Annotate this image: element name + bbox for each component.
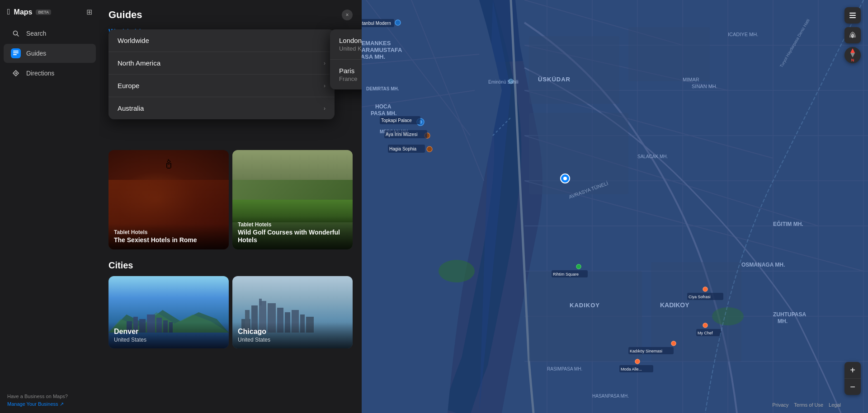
city-name-paris: Paris — [339, 67, 362, 75]
business-manage[interactable]: Manage Your Business ↗ — [7, 400, 92, 408]
guides-panel: Guides × Worldwide ⌄ Worldwide North Ame… — [99, 0, 362, 413]
europe-submenu: London United Kingdom Paris France — [330, 29, 362, 89]
worldwide-option: Worldwide — [118, 37, 149, 44]
map-area: ÜSKÜDAR KADIKOY MERCAN MH. DEMIRTAS MH. … — [362, 0, 868, 413]
svg-point-113 — [563, 177, 567, 180]
svg-point-64 — [712, 307, 744, 325]
svg-rect-118 — [849, 13, 856, 14]
dropdown-item-europe[interactable]: Europe › — [108, 75, 335, 97]
privacy-link[interactable]: Privacy — [772, 402, 788, 408]
svg-rect-2 — [13, 51, 19, 52]
svg-text:Kadıköy Sinemasi: Kadıköy Sinemasi — [630, 349, 662, 353]
australia-option: Australia — [118, 104, 144, 112]
map-layers-button[interactable] — [844, 7, 861, 23]
europe-city-london[interactable]: London United Kingdom — [330, 29, 362, 60]
sidebar-item-directions[interactable]: Directions — [4, 64, 96, 83]
city-card-chicago[interactable]: Chicago United States — [232, 276, 353, 348]
directions-icon — [11, 68, 21, 78]
svg-line-1 — [17, 35, 19, 37]
svg-text:Topkapi Palace: Topkapi Palace — [381, 118, 412, 123]
europe-city-paris[interactable]: Paris France — [330, 60, 362, 89]
apple-logo-icon:  — [7, 7, 10, 17]
svg-rect-53 — [628, 27, 710, 81]
city-country-paris: France — [339, 75, 362, 82]
svg-point-104 — [703, 287, 708, 291]
search-label: Search — [26, 30, 46, 37]
city-country-london: United Kingdom — [339, 45, 362, 52]
svg-point-98 — [703, 323, 708, 328]
guide-card-rome[interactable]: 🕯 Tablet Hotels The Sexiest Hotels in Ro… — [108, 150, 229, 249]
svg-text:RASIMPASA MH.: RASIMPASA MH. — [547, 366, 582, 371]
svg-text:DEMIRTAS MH.: DEMIRTAS MH. — [366, 86, 399, 91]
svg-point-107 — [576, 264, 581, 269]
search-icon — [11, 28, 21, 38]
golf-brand: Tablet Hotels — [238, 221, 347, 228]
close-icon: × — [345, 12, 349, 18]
sidebar-header:  Maps BETA ⊞ — [0, 0, 99, 20]
north-america-option: North America — [118, 59, 160, 67]
map-toolbar: N — [844, 7, 861, 63]
rome-brand: Tablet Hotels — [114, 229, 223, 235]
map-svg: ÜSKÜDAR KADIKOY MERCAN MH. DEMIRTAS MH. … — [362, 0, 868, 413]
dropdown-item-australia[interactable]: Australia › — [108, 97, 335, 119]
guide-card-golf[interactable]: Tablet Hotels Wild Golf Courses with Won… — [232, 150, 353, 249]
dropdown-item-north-america[interactable]: North America › — [108, 52, 335, 75]
svg-text:PASA MH.: PASA MH. — [362, 53, 385, 60]
cities-cards-row: Denver United States — [108, 276, 353, 348]
chevron-right-icon-2: › — [324, 83, 326, 89]
denver-country: United States — [114, 337, 223, 343]
sidebar-item-search[interactable]: Search — [4, 24, 96, 43]
svg-rect-119 — [849, 15, 856, 16]
rome-card-overlay: Tablet Hotels The Sexiest Hotels in Rome — [108, 224, 229, 249]
chicago-name: Chicago — [238, 328, 347, 336]
denver-name: Denver — [114, 328, 223, 336]
close-button[interactable]: × — [342, 9, 353, 20]
sidebar-nav: Search Guides — [0, 20, 99, 86]
svg-rect-55 — [529, 271, 642, 361]
dropdown-item-worldwide[interactable]: Worldwide — [108, 29, 335, 52]
zoom-in-button[interactable]: + — [844, 362, 861, 378]
svg-rect-52 — [529, 36, 619, 104]
beta-badge: BETA — [36, 9, 51, 15]
svg-text:HASANPASA MH.: HASANPASA MH. — [592, 394, 629, 399]
business-link[interactable]: Have a Business on Maps? Manage Your Bus… — [7, 393, 92, 408]
svg-text:EĞITIM MH.: EĞITIM MH. — [773, 221, 803, 227]
svg-text:Rihtim Square: Rihtim Square — [553, 272, 579, 277]
legal-link[interactable]: Legal — [829, 402, 841, 408]
chicago-country: United States — [238, 337, 347, 343]
chicago-card-overlay: Chicago United States — [232, 322, 353, 348]
chevron-right-icon-3: › — [324, 105, 326, 112]
svg-text:SINAN MH.: SINAN MH. — [692, 84, 717, 89]
svg-text:Moda Alle...: Moda Alle... — [621, 367, 642, 371]
zoom-controls: + − — [844, 362, 861, 395]
svg-point-60 — [427, 146, 432, 152]
city-name-london: London — [339, 37, 362, 44]
svg-rect-3 — [13, 52, 19, 53]
golf-card-overlay: Tablet Hotels Wild Golf Courses with Won… — [232, 216, 353, 249]
svg-text:PASA MH.: PASA MH. — [371, 110, 396, 117]
chandelier-decoration: 🕯 — [162, 157, 175, 172]
guides-title: Guides — [108, 9, 142, 21]
svg-text:MH.: MH. — [778, 318, 788, 324]
sidebar-toggle-icon[interactable]: ⊞ — [86, 8, 92, 16]
sidebar-item-guides[interactable]: Guides — [4, 44, 96, 63]
svg-text:Istanbul Modern: Istanbul Modern — [362, 21, 391, 26]
svg-text:OSMANAGA MH.: OSMANAGA MH. — [741, 262, 785, 268]
sidebar:  Maps BETA ⊞ Search — [0, 0, 99, 413]
svg-text:ZUHTUPASA: ZUHTUPASA — [773, 311, 806, 318]
guides-content: 🕯 Tablet Hotels The Sexiest Hotels in Ro… — [99, 150, 362, 413]
city-card-denver[interactable]: Denver United States — [108, 276, 229, 348]
svg-text:Aya İrini Müzesi: Aya İrini Müzesi — [386, 131, 417, 137]
svg-rect-18 — [259, 299, 262, 305]
map-signal-button[interactable] — [844, 27, 861, 43]
compass-button[interactable]: N — [844, 47, 861, 63]
directions-label: Directions — [26, 70, 54, 77]
svg-text:My Chef: My Chef — [698, 331, 713, 335]
svg-text:KEMANKES: KEMANKES — [362, 40, 391, 47]
svg-rect-54 — [529, 113, 628, 194]
guides-label: Guides — [26, 50, 46, 57]
region-dropdown: Worldwide North America › Europe › Austr… — [108, 29, 335, 119]
svg-text:ICADIYE MH.: ICADIYE MH. — [728, 32, 758, 37]
zoom-out-button[interactable]: − — [844, 379, 861, 395]
terms-link[interactable]: Terms of Use — [794, 402, 823, 408]
